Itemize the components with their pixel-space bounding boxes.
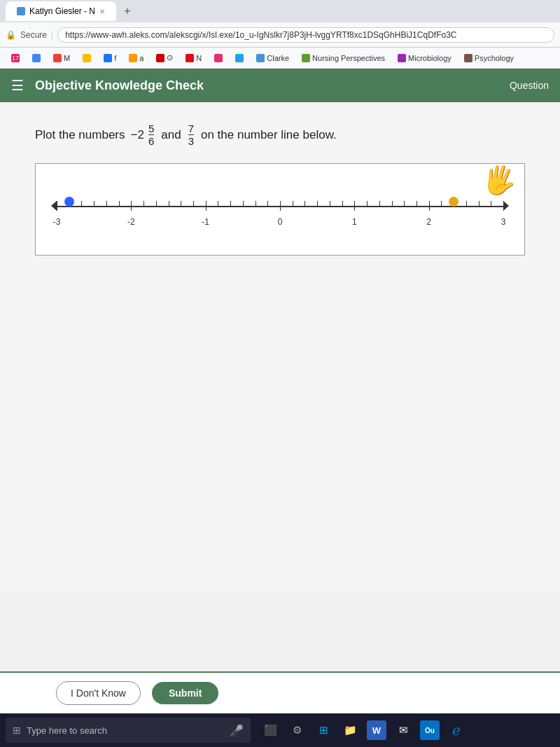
minor-tick-17 xyxy=(304,201,305,207)
microphone-icon[interactable]: 🎤 xyxy=(230,724,244,737)
bm-clarke[interactable]: Clarke xyxy=(251,52,295,64)
start-menu-button[interactable]: ⊞ xyxy=(312,719,335,741)
number1-fraction: 5 6 xyxy=(148,123,154,146)
taskbar-icons: ⬛ ⚙ ⊞ 📁 W ✉ Ou ℯ xyxy=(259,719,468,741)
netflix-favicon xyxy=(186,54,194,62)
submit-button[interactable]: Submit xyxy=(152,682,218,704)
problem-statement: Plot the numbers −2 5 6 and 7 3 on the n… xyxy=(35,123,525,146)
instruction-prefix: Plot the numbers xyxy=(35,128,125,142)
minor-tick-26 xyxy=(441,201,442,207)
outlook-icon: Ou xyxy=(420,720,440,740)
minor-tick-2 xyxy=(81,201,82,207)
bm-google[interactable] xyxy=(27,52,46,64)
taskbar-search-bar[interactable]: ⊞ Type here to search 🎤 xyxy=(6,718,251,743)
micro-label: Microbiology xyxy=(408,54,451,62)
tab-favicon xyxy=(17,7,25,15)
label-one: 1 xyxy=(352,217,357,227)
bookmarks-bar: 17 M f a ⊙ N xyxy=(0,48,560,69)
minor-tick-21 xyxy=(367,201,368,207)
label-minus3: -3 xyxy=(53,217,61,227)
bm-facebook[interactable]: f xyxy=(98,52,122,64)
netflix-label: N xyxy=(196,54,202,62)
minor-tick-15 xyxy=(267,201,268,207)
folder-icon: 📁 xyxy=(344,724,357,736)
number2-fraction: 7 3 xyxy=(188,123,194,146)
tick-one xyxy=(354,201,355,211)
hamburger-menu-icon[interactable]: ☰ xyxy=(11,77,24,94)
main-content: Plot the numbers −2 5 6 and 7 3 on the n… xyxy=(0,102,560,592)
bm-nursing[interactable]: Nursing Perspectives xyxy=(296,52,391,64)
edge-button[interactable]: ℯ xyxy=(445,719,468,741)
twitter-favicon xyxy=(235,54,244,62)
number-line-box[interactable]: 🖐 -3 -2 -1 0 1 2 3 xyxy=(35,163,525,256)
bm-psych[interactable]: Psychology xyxy=(458,52,519,64)
minor-tick-7 xyxy=(156,201,157,207)
label-minus1: -1 xyxy=(202,217,209,227)
secure-lock-icon: 🔒 xyxy=(6,30,16,40)
minor-tick-30 xyxy=(491,201,491,207)
address-bar: 🔒 Secure | https://www-awh.aleks.com/ale… xyxy=(0,22,560,48)
target-label: ⊙ xyxy=(167,53,173,62)
label-zero: 0 xyxy=(278,217,283,227)
number2-denominator: 3 xyxy=(188,135,194,146)
minor-tick-5 xyxy=(119,201,120,207)
gold-dot[interactable] xyxy=(449,197,458,207)
separator: | xyxy=(51,30,53,40)
bm-target[interactable]: ⊙ xyxy=(150,51,178,64)
conjunction: and xyxy=(161,128,181,142)
word-icon: W xyxy=(367,720,386,740)
minor-tick-19 xyxy=(330,201,330,207)
number-line-container[interactable]: -3 -2 -1 0 1 2 3 xyxy=(57,178,503,234)
dont-know-button[interactable]: I Don't Know xyxy=(56,681,141,705)
tick-three xyxy=(503,201,504,211)
url-bar[interactable]: https://www-awh.aleks.com/alekscgi/x/Isl… xyxy=(57,27,554,43)
page-title: Objective Knowledge Check xyxy=(35,78,510,93)
amazon-label: a xyxy=(139,54,144,62)
task-view-button[interactable]: ⬛ xyxy=(259,719,281,741)
instagram-favicon xyxy=(214,54,223,62)
tab-close-button[interactable]: ✕ xyxy=(99,8,105,15)
facebook-favicon xyxy=(104,54,112,62)
tick-two xyxy=(429,201,430,211)
minor-tick-14 xyxy=(255,201,256,207)
secure-label: Secure xyxy=(20,30,47,40)
taskbar: ⊞ Type here to search 🎤 ⬛ ⚙ ⊞ 📁 W ✉ Ou ℯ xyxy=(0,713,560,747)
bm-amazon[interactable]: a xyxy=(123,52,149,64)
windows-icon: ⊞ xyxy=(13,725,21,736)
label-two: 2 xyxy=(426,217,431,227)
active-tab[interactable]: Katlyn Giesler - N ✕ xyxy=(6,1,116,21)
minor-tick-28 xyxy=(466,201,467,207)
word-button[interactable]: W xyxy=(365,719,388,741)
settings-button[interactable]: ⚙ xyxy=(286,719,308,741)
empty-workspace xyxy=(35,277,525,487)
file-explorer-button[interactable]: 📁 xyxy=(339,719,361,741)
minor-tick-23 xyxy=(392,201,393,207)
right-arrow-icon xyxy=(503,201,509,211)
new-tab-button[interactable]: + xyxy=(119,3,136,20)
minor-tick-16 xyxy=(293,201,293,207)
target-favicon xyxy=(156,54,164,62)
bm-instagram[interactable] xyxy=(209,52,228,64)
bm-micro[interactable]: Microbiology xyxy=(392,52,457,64)
mail-button[interactable]: ✉ xyxy=(392,719,414,741)
bm-gmail[interactable]: M xyxy=(48,52,76,64)
minor-tick-3 xyxy=(94,201,94,207)
number1-numerator: 5 xyxy=(148,123,154,135)
tab-bar: Katlyn Giesler - N ✕ + xyxy=(0,0,560,22)
bm-drive[interactable] xyxy=(77,52,97,64)
left-arrow-icon xyxy=(51,201,57,211)
clarke-favicon xyxy=(256,54,265,62)
bm-netflix[interactable]: N xyxy=(180,52,207,64)
tick-minus2 xyxy=(131,201,132,211)
windows-grid-icon: ⊞ xyxy=(319,724,328,736)
minor-tick-6 xyxy=(144,201,144,207)
number2-numerator: 7 xyxy=(188,123,194,135)
blue-dot[interactable] xyxy=(64,197,74,207)
facebook-label: f xyxy=(114,54,116,62)
bm-seventeen[interactable]: 17 xyxy=(6,52,25,64)
outlook-button[interactable]: Ou xyxy=(419,719,441,741)
nursing-label: Nursing Perspectives xyxy=(312,54,385,62)
bm-twitter[interactable] xyxy=(230,52,249,64)
minor-tick-10 xyxy=(193,201,194,207)
minor-tick-4 xyxy=(106,201,107,207)
